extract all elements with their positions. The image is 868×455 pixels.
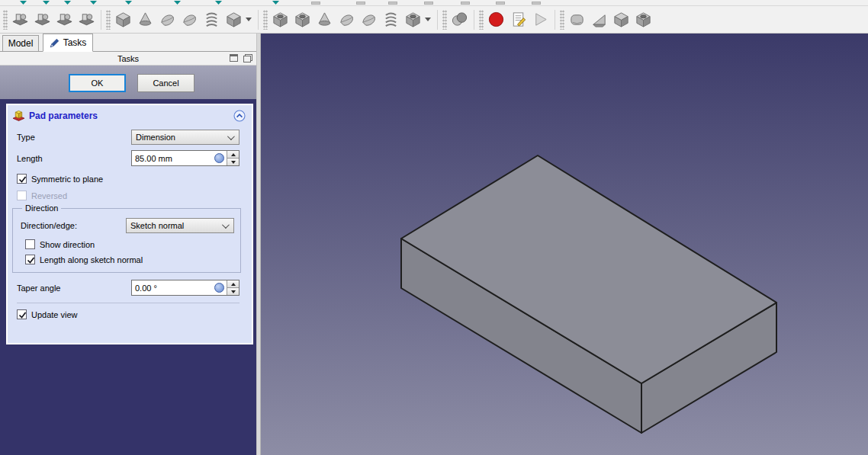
toolbar-grip	[560, 10, 564, 30]
direction-edge-row: Direction/edge: Sketch normal	[16, 218, 234, 233]
toolbar-grip	[263, 10, 268, 30]
symmetric-checkbox[interactable]	[17, 174, 27, 184]
symmetric-label: Symmetric to plane	[31, 175, 103, 184]
subtractive-primitive-icon[interactable]	[402, 8, 424, 30]
direction-edge-label: Direction/edge:	[21, 221, 126, 230]
macro-edit-icon[interactable]	[507, 8, 529, 30]
update-view-checkbox[interactable]	[17, 309, 27, 319]
separator-line	[17, 303, 240, 303]
length-along-label: Length along sketch normal	[40, 255, 143, 264]
toolbar	[0, 6, 868, 34]
toolbar-grip	[3, 10, 8, 30]
subtractive-loft-icon[interactable]	[336, 8, 358, 30]
taper-spinner	[227, 280, 239, 295]
additive-loft-icon[interactable]	[156, 8, 178, 30]
clipped-icon	[496, 2, 505, 5]
tab-tasks[interactable]: Tasks	[43, 34, 93, 52]
boolean-cut-icon[interactable]	[53, 8, 76, 30]
collapse-panel-icon[interactable]	[233, 110, 246, 122]
length-along-checkbox[interactable]	[25, 255, 35, 264]
chevron-down-icon	[222, 221, 230, 229]
clipped-icon	[174, 1, 181, 5]
clipped-icon	[20, 1, 27, 5]
toolbar-separator	[101, 10, 101, 30]
hole-icon[interactable]	[291, 8, 313, 30]
revolution-icon[interactable]	[134, 8, 156, 30]
clipped-icon	[272, 1, 279, 5]
macro-execute-icon[interactable]	[529, 8, 551, 30]
update-view-label: Update view	[31, 310, 78, 319]
tasks-panel-title: Tasks	[117, 54, 139, 63]
3d-view[interactable]	[261, 34, 868, 455]
clipped-toolbar-row	[0, 0, 868, 6]
chevron-down-icon	[227, 133, 235, 140]
toolbar-separator	[555, 10, 555, 30]
thickness-icon[interactable]	[632, 8, 654, 30]
tab-model[interactable]: Model	[2, 35, 39, 51]
boolean-union-icon[interactable]	[31, 8, 53, 30]
ok-button[interactable]: OK	[69, 74, 126, 92]
toolbar-grip	[106, 10, 111, 30]
task-panel-background: Pad parameters Type Dimension	[0, 99, 256, 455]
direction-group: Direction Direction/edge: Sketch normal …	[12, 208, 241, 273]
clipped-icon	[424, 2, 433, 5]
additive-primitive-icon[interactable]	[223, 8, 245, 30]
taper-angle-label: Taper angle	[17, 284, 131, 293]
type-label: Type	[17, 133, 131, 142]
fillet-icon[interactable]	[566, 8, 588, 30]
draft-icon[interactable]	[610, 8, 632, 30]
boolean-intersection-icon[interactable]	[76, 8, 98, 30]
show-direction-label: Show direction	[40, 240, 95, 249]
subtractive-primitive-dropdown-icon[interactable]	[425, 18, 431, 21]
toolbar-grip	[442, 10, 447, 30]
length-input[interactable]	[132, 154, 214, 163]
reversed-checkbox	[17, 191, 27, 200]
task-sidebar: Model Tasks Tasks OK Cancel	[0, 34, 256, 455]
clipped-icon	[90, 1, 97, 5]
chamfer-icon[interactable]	[588, 8, 610, 30]
expression-editor-icon[interactable]	[214, 283, 224, 293]
type-select[interactable]: Dimension	[131, 130, 240, 145]
pocket-icon[interactable]	[269, 8, 291, 30]
tab-model-label: Model	[8, 38, 34, 49]
spin-down-icon[interactable]	[227, 159, 239, 165]
additive-helix-icon[interactable]	[201, 8, 223, 30]
compound-icon[interactable]	[9, 8, 31, 30]
cancel-button[interactable]: Cancel	[137, 74, 194, 92]
toolbar-separator	[258, 10, 259, 30]
reversed-label: Reversed	[31, 191, 67, 200]
boolean-operation-icon[interactable]	[448, 8, 471, 30]
pad-icon[interactable]	[112, 8, 134, 30]
taper-angle-input[interactable]	[132, 284, 214, 293]
subtractive-helix-icon[interactable]	[380, 8, 402, 30]
toolbar-grip	[479, 10, 484, 30]
additive-pipe-icon[interactable]	[178, 8, 201, 30]
clipped-icon	[215, 1, 222, 5]
spin-up-icon[interactable]	[227, 151, 239, 159]
toolbar-separator	[474, 10, 474, 30]
spin-down-icon[interactable]	[227, 288, 239, 295]
macro-record-icon[interactable]	[485, 8, 507, 30]
toolbar-group-macro	[485, 8, 551, 30]
toolbar-group-boolean	[448, 8, 471, 30]
float-panel-icon[interactable]	[243, 54, 252, 62]
pencil-icon	[50, 38, 59, 48]
direction-edge-select[interactable]: Sketch normal	[126, 218, 234, 233]
length-row: Length	[8, 150, 252, 166]
dock-panel-icon[interactable]	[230, 54, 238, 62]
expression-editor-icon[interactable]	[214, 153, 224, 163]
subtractive-pipe-icon[interactable]	[358, 8, 380, 30]
3d-viewport[interactable]	[261, 34, 868, 455]
pad-icon	[12, 109, 25, 122]
additive-primitive-dropdown-icon[interactable]	[246, 18, 252, 21]
groove-icon[interactable]	[313, 8, 336, 30]
length-label: Length	[17, 154, 131, 163]
length-along-row: Length along sketch normal	[16, 255, 234, 264]
clipped-icon	[388, 2, 397, 5]
task-dialog-buttons: OK Cancel	[0, 66, 256, 99]
direction-edge-value: Sketch normal	[130, 221, 184, 230]
spin-up-icon[interactable]	[227, 280, 239, 288]
clipped-icon	[311, 2, 320, 5]
show-direction-checkbox[interactable]	[25, 239, 35, 249]
toolbar-group-subtractive-features	[269, 8, 434, 30]
